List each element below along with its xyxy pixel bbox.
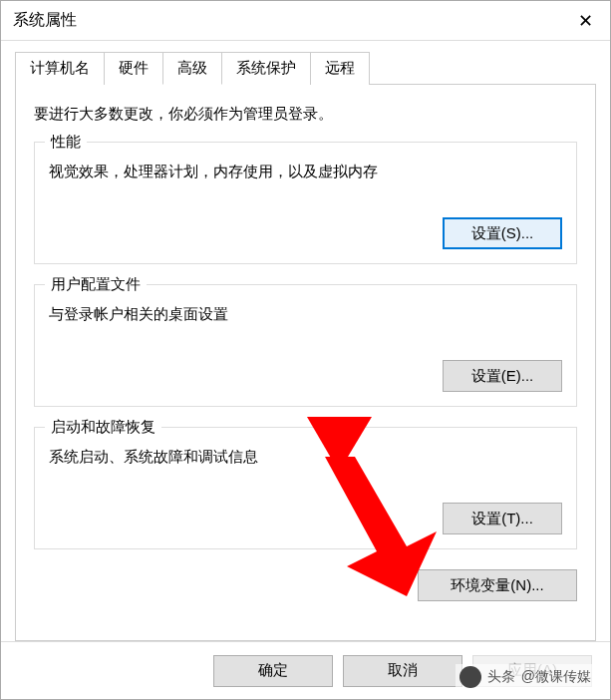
- content-area: 计算机名 硬件 高级 系统保护 远程 要进行大多数更改，你必须作为管理员登录。 …: [1, 41, 610, 641]
- tab-system-protection[interactable]: 系统保护: [221, 52, 311, 85]
- startup-recovery-settings-button[interactable]: 设置(T)...: [443, 503, 562, 534]
- watermark-avatar-icon: [459, 666, 481, 688]
- user-profiles-settings-button[interactable]: 设置(E)...: [443, 360, 562, 392]
- performance-group: 性能 视觉效果，处理器计划，内存使用，以及虚拟内存 设置(S)...: [34, 142, 577, 264]
- ok-button[interactable]: 确定: [213, 655, 333, 687]
- close-icon: ✕: [578, 10, 593, 32]
- watermark-source: 头条: [487, 668, 515, 686]
- user-profiles-group: 用户配置文件 与登录帐户相关的桌面设置 设置(E)...: [34, 284, 577, 407]
- window-title: 系统属性: [13, 10, 77, 31]
- system-properties-window: 系统属性 ✕ 计算机名 硬件 高级 系统保护 远程 要进行大多数更改，你必须作为…: [0, 0, 611, 700]
- startup-recovery-group: 启动和故障恢复 系统启动、系统故障和调试信息 设置(T)...: [34, 427, 577, 549]
- titlebar: 系统属性 ✕: [1, 1, 610, 41]
- close-button[interactable]: ✕: [560, 1, 610, 41]
- watermark: 头条 @微课传媒: [456, 664, 595, 690]
- startup-recovery-legend: 启动和故障恢复: [45, 418, 161, 437]
- user-profiles-desc: 与登录帐户相关的桌面设置: [49, 305, 562, 324]
- tab-hardware[interactable]: 硬件: [104, 52, 163, 85]
- performance-desc: 视觉效果，处理器计划，内存使用，以及虚拟内存: [49, 163, 562, 181]
- performance-settings-button[interactable]: 设置(S)...: [443, 217, 562, 249]
- startup-recovery-button-row: 设置(T)...: [49, 503, 562, 534]
- startup-recovery-desc: 系统启动、系统故障和调试信息: [49, 448, 562, 467]
- cancel-button[interactable]: 取消: [343, 655, 462, 687]
- tab-remote[interactable]: 远程: [310, 52, 370, 85]
- watermark-handle: @微课传媒: [521, 668, 591, 686]
- performance-button-row: 设置(S)...: [49, 217, 562, 249]
- user-profiles-button-row: 设置(E)...: [49, 360, 562, 392]
- env-variables-row: 环境变量(N)...: [34, 569, 577, 601]
- tab-computer-name[interactable]: 计算机名: [15, 52, 105, 85]
- tab-strip: 计算机名 硬件 高级 系统保护 远程: [15, 51, 596, 84]
- tab-panel-advanced: 要进行大多数更改，你必须作为管理员登录。 性能 视觉效果，处理器计划，内存使用，…: [15, 84, 596, 641]
- environment-variables-button[interactable]: 环境变量(N)...: [418, 569, 577, 601]
- tab-advanced[interactable]: 高级: [162, 52, 222, 85]
- performance-legend: 性能: [45, 133, 87, 152]
- user-profiles-legend: 用户配置文件: [45, 275, 147, 294]
- admin-notice: 要进行大多数更改，你必须作为管理员登录。: [34, 105, 577, 124]
